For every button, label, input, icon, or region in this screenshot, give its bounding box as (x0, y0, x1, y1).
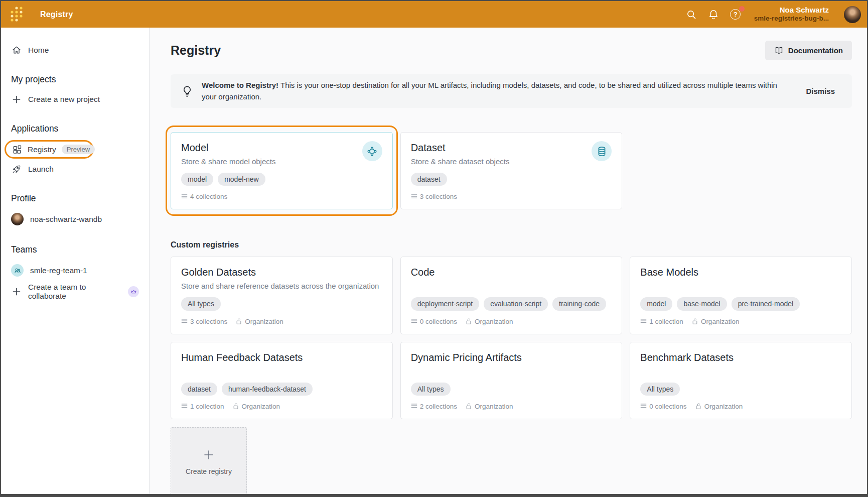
tag: All types (640, 383, 680, 396)
user-info[interactable]: Noa Schwartz smle-registries-bug-b... (754, 6, 829, 24)
banner-text: Welcome to Registry! This is your one-st… (202, 80, 793, 102)
create-registry-label: Create registry (186, 467, 232, 475)
tag: pre-trained-model (732, 297, 800, 310)
card-subtitle (411, 366, 612, 377)
create-team-button[interactable]: Create a team to collaborate (1, 280, 149, 304)
launch-label: Launch (28, 165, 54, 174)
top-navbar: Registry ? Noa Schwartz smle-registries-… (1, 1, 867, 28)
sidebar: Home My projects Create a new project Ap… (1, 28, 150, 494)
home-icon (11, 45, 22, 55)
registry-label: Registry (28, 145, 56, 154)
app-title: Registry (40, 10, 73, 19)
database-icon (592, 141, 612, 161)
app-window: Registry ? Noa Schwartz smle-registries-… (0, 0, 868, 497)
card-title: Dataset (411, 141, 510, 154)
unlock-icon (691, 318, 698, 325)
profile-name: noa-schwartz-wandb (30, 215, 102, 224)
card-subtitle: Store and share reference datasets acros… (181, 281, 382, 292)
help-icon[interactable]: ? (729, 8, 742, 21)
collections-count: 1 collection (649, 318, 683, 325)
create-project-button[interactable]: Create a new project (1, 91, 149, 107)
search-icon[interactable] (685, 8, 698, 21)
card-subtitle (411, 281, 612, 292)
registry-grid-icon (12, 144, 22, 155)
sidebar-item-team[interactable]: smle-reg-team-1 (1, 261, 149, 280)
documentation-label: Documentation (788, 46, 843, 55)
sidebar-item-home[interactable]: Home (1, 42, 149, 58)
card-title: Dynamic Pricing Artifacts (411, 351, 612, 364)
plus-icon (203, 449, 214, 460)
sidebar-item-profile[interactable]: noa-schwartz-wandb (1, 210, 149, 228)
team-people-icon (11, 264, 24, 277)
help-glyph: ? (730, 9, 741, 20)
tag: All types (411, 383, 451, 396)
tag: dataset (411, 173, 447, 186)
dismiss-button[interactable]: Dismiss (801, 84, 840, 98)
registry-card-model[interactable]: Model Store & share model objects model … (171, 132, 393, 209)
welcome-banner: Welcome to Registry! This is your one-st… (171, 74, 852, 108)
tag: deployment-script (411, 297, 480, 310)
model-network-icon (362, 141, 382, 161)
registry-card-dynamic-pricing-artifacts[interactable]: Dynamic Pricing Artifacts All types 2 co… (400, 342, 623, 419)
collections-list-icon (640, 318, 647, 324)
registry-card-dataset[interactable]: Dataset Store & share dataset objects da… (400, 132, 623, 209)
unlock-icon (235, 318, 242, 325)
sidebar-item-launch[interactable]: Launch (1, 161, 149, 177)
unlock-icon (465, 318, 472, 325)
collections-count: 4 collections (190, 193, 227, 200)
user-avatar[interactable] (844, 6, 861, 23)
registry-card-code[interactable]: Code deployment-script evaluation-script… (400, 257, 623, 334)
collections-list-icon (411, 403, 417, 409)
sidebar-item-registry[interactable]: Registry Preview (5, 140, 94, 159)
card-subtitle (640, 366, 841, 377)
visibility-label: Organization (475, 403, 513, 410)
card-title: Code (411, 266, 612, 279)
create-registry-button[interactable]: Create registry (171, 427, 247, 494)
collections-list-icon (181, 194, 188, 200)
tag: model (181, 173, 213, 186)
profile-avatar (11, 213, 24, 225)
rocket-icon (11, 164, 22, 174)
tag: model (640, 297, 672, 310)
card-subtitle (181, 366, 382, 377)
book-icon (774, 46, 784, 55)
tag: dataset (181, 383, 217, 396)
tag: human-feedback-dataset (222, 383, 313, 396)
applications-heading: Applications (1, 123, 149, 134)
collections-list-icon (181, 318, 188, 324)
main-content: Registry Documentation Welcome to Regist… (150, 28, 867, 494)
collections-list-icon (640, 403, 647, 409)
card-subtitle (640, 281, 841, 292)
collections-count: 2 collections (420, 403, 457, 410)
unlock-icon (465, 403, 472, 410)
tag: All types (181, 297, 221, 310)
visibility-label: Organization (242, 403, 280, 410)
page-title: Registry (171, 43, 221, 58)
lightbulb-icon (181, 85, 194, 98)
tag: evaluation-script (484, 297, 548, 310)
notifications-bell-icon[interactable] (707, 8, 720, 21)
card-title: Base Models (640, 266, 841, 279)
preview-badge: Preview (62, 145, 95, 154)
registry-card-base-models[interactable]: Base Models model base-model pre-trained… (630, 257, 852, 334)
visibility-label: Organization (701, 318, 740, 325)
tag: base-model (677, 297, 727, 310)
collections-count: 1 collection (190, 403, 224, 410)
unlock-icon (695, 403, 702, 410)
plus-icon (11, 287, 22, 297)
profile-heading: Profile (1, 193, 149, 204)
sidebar-item-label: Home (28, 46, 49, 55)
registry-card-human-feedback-datasets[interactable]: Human Feedback Datasets dataset human-fe… (171, 342, 393, 419)
wandb-logo-icon[interactable] (8, 5, 25, 25)
collections-count: 0 collections (649, 403, 686, 410)
collections-list-icon (181, 403, 188, 409)
collections-list-icon (411, 318, 417, 324)
custom-registries-heading: Custom registries (171, 240, 852, 250)
upgrade-crown-icon (128, 286, 139, 297)
registry-card-benchmark-datasets[interactable]: Benchmark Datasets All types 0 collectio… (630, 342, 852, 419)
documentation-button[interactable]: Documentation (765, 41, 852, 60)
registry-card-golden-datasets[interactable]: Golden Datasets Store and share referenc… (171, 257, 393, 334)
collections-list-icon (411, 194, 417, 200)
collections-count: 0 collections (420, 318, 457, 325)
card-title: Model (181, 141, 275, 154)
